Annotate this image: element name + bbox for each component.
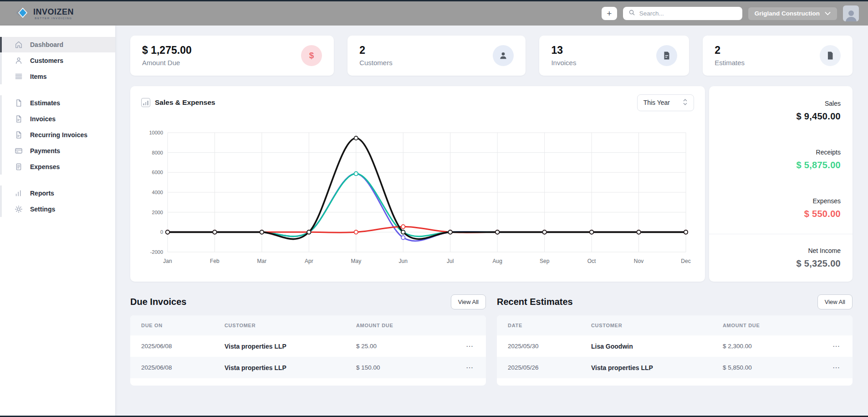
- due-invoices-view-all-button[interactable]: View All: [451, 294, 486, 309]
- sidebar-item-customers[interactable]: Customers: [2, 53, 115, 68]
- cell-amount: $ 2,300.00: [723, 343, 810, 350]
- stat-label: Invoices: [551, 59, 576, 66]
- app-logo[interactable]: INVOIZEN BETTER INVOICING: [15, 6, 74, 21]
- sidebar-group: DashboardCustomersItems: [0, 37, 115, 84]
- due-invoices-section: Due Invoices View All DUE ONCUSTOMERAMOU…: [130, 294, 486, 386]
- svg-text:2000: 2000: [152, 210, 163, 215]
- column-header: AMOUNT DUE: [723, 323, 810, 328]
- stat-card-invoices: 13Invoices: [539, 36, 689, 76]
- svg-text:Apr: Apr: [305, 258, 313, 264]
- logo-diamond-icon: [15, 6, 29, 21]
- stat-cards: $ 1,275.00Amount Due$2Customers13Invoice…: [130, 36, 853, 76]
- search-input[interactable]: [639, 10, 737, 17]
- sidebar-item-estimates[interactable]: Estimates: [2, 95, 115, 111]
- sidebar-item-label: Invoices: [30, 115, 56, 123]
- account-menu-button[interactable]: Grigland Construction: [748, 7, 837, 20]
- sales-expenses-chart[interactable]: -20000200040006000800010000JanFebMarAprM…: [141, 112, 694, 269]
- cell-date: 2025/05/26: [497, 364, 591, 371]
- chevron-down-icon: [825, 10, 831, 17]
- sidebar-item-invoices[interactable]: Invoices: [2, 111, 115, 127]
- row-actions-button[interactable]: ⋯: [443, 343, 486, 350]
- add-new-button[interactable]: +: [602, 7, 617, 20]
- stat-value: 2: [359, 45, 393, 56]
- cell-customer: Vista properties LLP: [591, 364, 723, 371]
- svg-text:-2000: -2000: [150, 249, 163, 255]
- bar-chart-icon: [14, 189, 23, 198]
- chart-icon: [141, 98, 150, 107]
- home-icon: [14, 40, 23, 49]
- summary-expenses: Expenses $ 550.00: [721, 197, 841, 219]
- cell-customer: Vista properties LLP: [225, 364, 356, 371]
- sidebar-item-reports[interactable]: Reports: [2, 185, 115, 201]
- svg-text:Dec: Dec: [681, 258, 690, 264]
- stat-value: 2: [715, 45, 745, 56]
- sidebar-item-items[interactable]: Items: [2, 69, 115, 84]
- list-lines-icon: [14, 72, 23, 81]
- chart-title: Sales & Expenses: [155, 98, 215, 107]
- stat-label: Estimates: [715, 59, 745, 66]
- column-header: CUSTOMER: [591, 323, 723, 328]
- cell-date: 2025/06/08: [130, 343, 225, 350]
- table-row: 2025/06/08Vista properties LLP$ 25.00⋯: [130, 335, 486, 357]
- due-invoices-table: DUE ONCUSTOMERAMOUNT DUE2025/06/08Vista …: [130, 315, 486, 386]
- receipt-icon: [14, 162, 23, 171]
- row-actions-button[interactable]: ⋯: [810, 343, 853, 350]
- column-header: CUSTOMER: [225, 323, 356, 328]
- sidebar-item-label: Settings: [30, 206, 55, 213]
- svg-text:Jan: Jan: [163, 258, 172, 264]
- search-icon: [628, 9, 635, 18]
- svg-text:Aug: Aug: [493, 258, 502, 264]
- column-header: AMOUNT DUE: [356, 323, 443, 328]
- stat-value: $ 1,275.00: [142, 45, 192, 56]
- sidebar-item-recurring-invoices[interactable]: Recurring Invoices: [2, 127, 115, 143]
- chevron-updown-icon: [683, 98, 688, 107]
- column-header: DATE: [497, 323, 591, 328]
- series-sales-markers: [166, 136, 688, 234]
- invoice-fill-icon: [656, 45, 677, 66]
- sidebar-item-label: Customers: [30, 57, 63, 64]
- svg-text:Nov: Nov: [634, 258, 643, 264]
- table-row: 2025/05/26Vista properties LLP$ 5,850.00…: [497, 357, 853, 378]
- person-silhouette-icon: [844, 9, 858, 21]
- sidebar-item-payments[interactable]: Payments: [2, 143, 115, 159]
- credit-card-icon: [14, 146, 23, 155]
- sidebar-item-dashboard[interactable]: Dashboard: [2, 37, 115, 52]
- cell-amount: $ 5,850.00: [723, 364, 810, 371]
- sidebar-group: ReportsSettings: [0, 185, 115, 217]
- sidebar-item-label: Items: [30, 73, 47, 80]
- cell-amount: $ 150.00: [356, 364, 443, 371]
- svg-text:6000: 6000: [152, 170, 163, 175]
- table-header-row: DUE ONCUSTOMERAMOUNT DUE: [130, 315, 486, 335]
- main-content: $ 1,275.00Amount Due$2Customers13Invoice…: [115, 26, 868, 417]
- svg-text:Mar: Mar: [257, 258, 267, 264]
- person-fill-icon: [493, 45, 514, 66]
- row-actions-button[interactable]: ⋯: [810, 364, 853, 371]
- account-name: Grigland Construction: [755, 10, 820, 17]
- logo-text: INVOIZEN: [33, 8, 74, 16]
- person-outline-icon: [14, 56, 23, 65]
- sidebar-item-label: Estimates: [30, 99, 60, 107]
- recent-estimates-table: DATECUSTOMERAMOUNT DUE2025/05/30Lisa Goo…: [497, 315, 853, 386]
- sidebar-item-label: Recurring Invoices: [30, 131, 87, 139]
- svg-text:Oct: Oct: [587, 258, 596, 264]
- sidebar-item-settings[interactable]: Settings: [2, 201, 115, 217]
- recent-estimates-view-all-button[interactable]: View All: [817, 294, 853, 309]
- svg-text:May: May: [351, 258, 361, 264]
- summary-receipts: Receipts $ 5,875.00: [721, 149, 841, 170]
- cell-customer: Lisa Goodwin: [591, 343, 723, 350]
- user-avatar[interactable]: [843, 5, 859, 21]
- summary-net-income: Net Income $ 5,325.00: [709, 234, 853, 282]
- svg-text:4000: 4000: [152, 190, 163, 195]
- row-actions-button[interactable]: ⋯: [443, 364, 486, 371]
- sidebar-item-expenses[interactable]: Expenses: [2, 159, 115, 175]
- table-row: 2025/06/08Vista properties LLP$ 150.00⋯: [130, 357, 486, 378]
- file-lines-icon: [14, 130, 23, 139]
- range-selected-value: This Year: [643, 99, 670, 106]
- series-sales-line: [168, 138, 686, 239]
- top-navbar: INVOIZEN BETTER INVOICING + Grigland Con…: [0, 1, 868, 26]
- cell-amount: $ 25.00: [356, 343, 443, 350]
- search-box[interactable]: [623, 7, 742, 20]
- series-net-income-line: [168, 174, 686, 241]
- svg-text:Feb: Feb: [210, 258, 220, 264]
- range-select[interactable]: This Year: [637, 94, 694, 111]
